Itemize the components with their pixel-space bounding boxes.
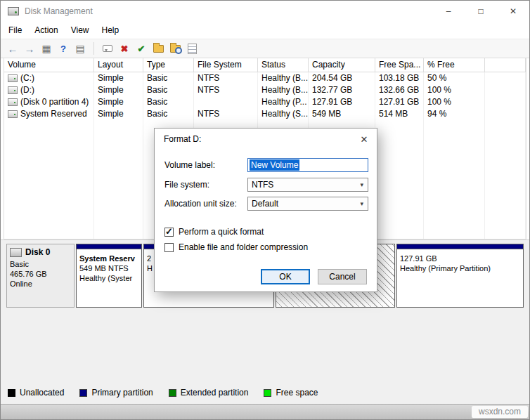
maximize-button[interactable]: □ — [465, 1, 497, 22]
compression-label: Enable file and folder compression — [179, 242, 308, 252]
cell-type: Basic — [143, 72, 194, 84]
properties-icon[interactable] — [184, 41, 200, 56]
disk-icon — [10, 248, 22, 257]
back-icon[interactable]: ← — [5, 41, 20, 56]
open-folder-icon[interactable] — [150, 41, 166, 56]
compression-checkbox[interactable] — [164, 243, 174, 252]
partition-system-reserved[interactable]: System Reserv 549 MB NTFS Healthy (Syste… — [76, 244, 142, 308]
table-row[interactable]: (Disk 0 partition 4) Simple Basic Health… — [4, 96, 526, 108]
cell-volume: (D:) — [4, 84, 94, 96]
cell-status: Healthy (B... — [258, 72, 309, 84]
cell-free-space: 132.66 GB — [375, 84, 424, 96]
legend-swatch — [169, 389, 176, 397]
allocation-unit-select[interactable]: Default ▾ — [247, 197, 368, 211]
chevron-down-icon: ▾ — [360, 181, 363, 188]
titlebar: Disk Management – □ ✕ — [1, 1, 529, 22]
chevron-down-icon: ▾ — [360, 200, 363, 207]
disk-management-window: Disk Management – □ ✕ File Action View H… — [0, 0, 530, 420]
legend-free-space: Free space — [264, 388, 318, 398]
console-tree-icon[interactable]: ▦ — [39, 41, 54, 56]
partition-primary-127gb[interactable]: 127.91 GB Healthy (Primary Partition) — [396, 244, 524, 308]
quick-format-checkbox[interactable] — [164, 228, 174, 237]
menu-help[interactable]: Help — [96, 23, 126, 37]
cell-pct-free: 94 % — [424, 108, 485, 120]
table-row[interactable]: (C:) Simple Basic NTFS Healthy (B... 204… — [4, 72, 526, 84]
cell-layout: Simple — [94, 72, 143, 84]
comment-bubble-shape — [103, 45, 112, 52]
column-header-capacity[interactable]: Capacity — [309, 58, 375, 72]
forward-icon[interactable]: → — [22, 41, 37, 56]
help-icon[interactable]: ? — [56, 41, 71, 56]
menu-action[interactable]: Action — [28, 23, 64, 37]
action-pane-icon[interactable]: ▤ — [72, 41, 88, 56]
cell-file-system — [194, 96, 258, 108]
column-header-layout[interactable]: Layout — [94, 58, 143, 72]
file-system-select[interactable]: NTFS ▾ — [247, 178, 368, 192]
disk-size: 465.76 GB — [10, 269, 71, 279]
dialog-close-icon[interactable]: ✕ — [351, 129, 377, 149]
volume-label-row: Volume label: New Volume — [164, 158, 368, 172]
cell-file-system: NTFS — [194, 84, 258, 96]
watermark: wsxdn.com — [472, 406, 528, 418]
dialog-titlebar: Format D: ✕ — [155, 129, 377, 150]
folder-lens-shape — [170, 45, 181, 53]
allocation-unit-row: Allocation unit size: Default ▾ — [164, 197, 368, 211]
cell-capacity: 204.54 GB — [309, 72, 375, 84]
cell-status: Healthy (P... — [258, 96, 309, 108]
cell-free-space: 127.91 GB — [375, 96, 424, 108]
dialog-title: Format D: — [164, 134, 201, 144]
column-header-file-system[interactable]: File System — [194, 58, 258, 72]
legend-swatch — [264, 389, 271, 397]
comment-icon[interactable] — [100, 41, 115, 56]
cell-capacity: 132.77 GB — [309, 84, 375, 96]
table-row[interactable]: System Reserved Simple Basic NTFS Health… — [4, 108, 526, 120]
ok-button[interactable]: OK — [261, 269, 310, 284]
cell-free-space: 514 MB — [375, 108, 424, 120]
column-header-pct-free[interactable]: % Free — [424, 58, 485, 72]
close-button[interactable]: ✕ — [497, 1, 529, 22]
legend-extended-partition: Extended partition — [169, 388, 249, 398]
cell-volume: (Disk 0 partition 4) — [4, 96, 94, 108]
cell-type: Basic — [143, 108, 194, 120]
quick-format-label: Perform a quick format — [179, 227, 264, 237]
allocation-unit-label: Allocation unit size: — [164, 199, 247, 209]
disk-0-info-panel[interactable]: Disk 0 Basic 465.76 GB Online — [6, 244, 75, 308]
cell-file-system: NTFS — [194, 108, 258, 120]
cell-layout: Simple — [94, 108, 143, 120]
toolbar-separator — [93, 42, 94, 55]
table-row[interactable]: (D:) Simple Basic NTFS Healthy (B... 132… — [4, 84, 526, 96]
cell-volume: (C:) — [4, 72, 94, 84]
compression-row: Enable file and folder compression — [164, 242, 308, 253]
cell-pct-free: 100 % — [424, 96, 485, 108]
cell-pct-free: 100 % — [424, 84, 485, 96]
column-header-status[interactable]: Status — [258, 58, 309, 72]
allocation-unit-value: Default — [252, 199, 278, 209]
legend-swatch — [79, 389, 87, 397]
volume-label-label: Volume label: — [164, 160, 247, 170]
check-document-icon[interactable]: ✔ — [134, 41, 149, 56]
column-header-volume[interactable]: Volume — [4, 58, 94, 72]
legend-unallocated: Unallocated — [8, 388, 64, 398]
menu-file[interactable]: File — [2, 23, 28, 37]
cancel-button[interactable]: Cancel — [318, 269, 367, 284]
minimize-button[interactable]: – — [432, 1, 465, 22]
file-system-value: NTFS — [252, 180, 273, 190]
app-icon — [8, 7, 19, 15]
status-band: wsxdn.com — [1, 404, 529, 419]
column-header-free-space[interactable]: Free Spa... — [375, 58, 424, 72]
primary-partition-bar — [77, 244, 141, 249]
primary-partition-bar — [397, 244, 523, 249]
column-header-type[interactable]: Type — [143, 58, 194, 72]
delete-icon[interactable]: ✖ — [117, 41, 132, 56]
find-icon[interactable] — [167, 41, 183, 56]
dialog-buttons: OK Cancel — [155, 269, 367, 284]
disk-type: Basic — [10, 259, 71, 269]
cell-capacity: 549 MB — [309, 108, 375, 120]
window-controls: – □ ✕ — [432, 1, 529, 22]
volume-label-input[interactable]: New Volume — [247, 158, 368, 172]
cell-layout: Simple — [94, 96, 143, 108]
menu-view[interactable]: View — [65, 23, 96, 37]
cell-type: Basic — [143, 96, 194, 108]
file-system-row: File system: NTFS ▾ — [164, 178, 368, 192]
legend-swatch — [8, 389, 15, 397]
